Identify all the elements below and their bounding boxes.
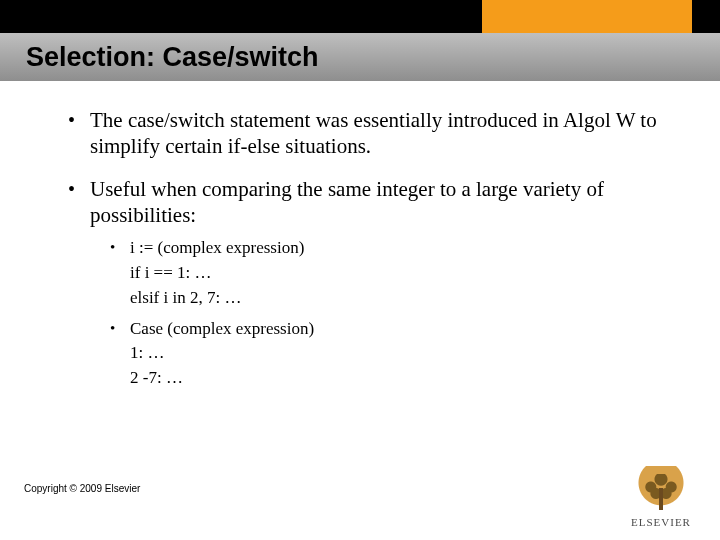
code-line: 2 -7: … bbox=[130, 368, 664, 389]
tree-icon bbox=[633, 466, 689, 514]
slide: Selection: Case/switch The case/switch s… bbox=[0, 0, 720, 540]
logo-word: ELSEVIER bbox=[624, 516, 698, 528]
bullet-list: The case/switch statement was essentiall… bbox=[64, 108, 664, 389]
code-line: if i == 1: … bbox=[130, 263, 664, 284]
slide-title: Selection: Case/switch bbox=[26, 42, 319, 73]
content-area: The case/switch statement was essentiall… bbox=[64, 108, 664, 407]
sub-bullet-item: i := (complex expression) if i == 1: … e… bbox=[90, 238, 664, 308]
code-line: elsif i in 2, 7: … bbox=[130, 288, 664, 309]
copyright-text: Copyright © 2009 Elsevier bbox=[24, 483, 140, 494]
code-line: i := (complex expression) bbox=[130, 238, 304, 257]
title-bar: Selection: Case/switch bbox=[0, 33, 720, 81]
bullet-item: The case/switch statement was essentiall… bbox=[64, 108, 664, 159]
elsevier-logo: ELSEVIER bbox=[624, 466, 698, 528]
code-line: Case (complex expression) bbox=[130, 319, 314, 338]
bullet-text: The case/switch statement was essentiall… bbox=[90, 108, 657, 158]
sub-bullet-list: i := (complex expression) if i == 1: … e… bbox=[90, 238, 664, 388]
code-line: 1: … bbox=[130, 343, 664, 364]
sub-bullet-item: Case (complex expression) 1: … 2 -7: … bbox=[90, 319, 664, 389]
top-stripe-orange bbox=[482, 0, 692, 33]
bullet-text: Useful when comparing the same integer t… bbox=[90, 177, 604, 227]
bullet-item: Useful when comparing the same integer t… bbox=[64, 177, 664, 389]
